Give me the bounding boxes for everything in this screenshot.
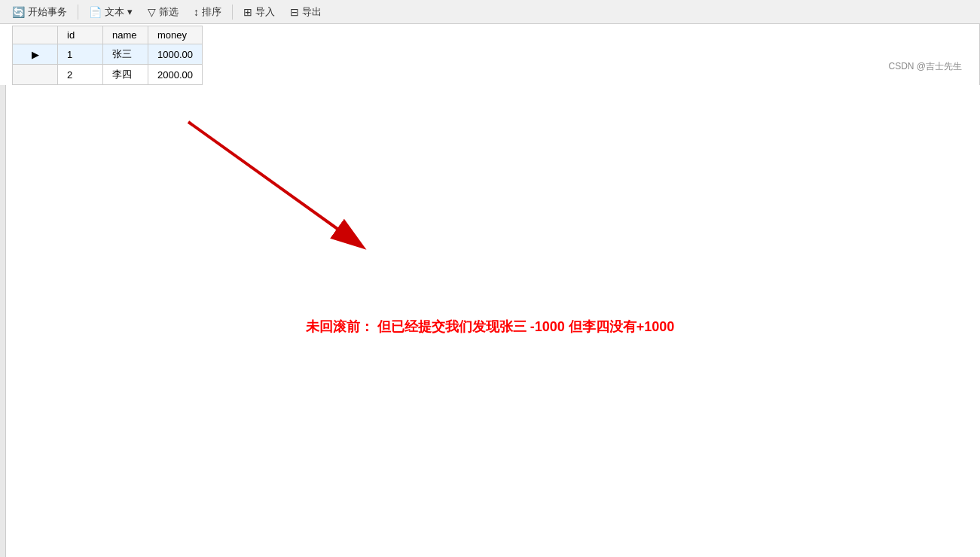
- toolbar: 🔄 开始事务 📄 文本 ▾ ▽ 筛选 ↕ 排序 ⊞ 导入 ⊟ 导出: [0, 0, 980, 24]
- text-button[interactable]: 📄 文本 ▾: [83, 3, 139, 21]
- arrow-svg: [181, 114, 377, 265]
- start-transaction-label: 开始事务: [28, 5, 67, 19]
- text-icon: 📄: [89, 6, 102, 18]
- start-transaction-icon: 🔄: [12, 6, 25, 18]
- filter-icon: ▽: [148, 6, 156, 18]
- col-header-money[interactable]: money: [148, 26, 203, 44]
- import-button[interactable]: ⊞ 导入: [237, 3, 281, 21]
- col-header-name[interactable]: name: [103, 26, 148, 44]
- filter-label: 筛选: [159, 5, 179, 19]
- export-button[interactable]: ⊟ 导出: [284, 3, 328, 21]
- row-1-id: 1: [58, 44, 103, 65]
- row-indicator-header: [13, 26, 58, 44]
- table-container: id name money ▶ 1 张三 1000.00 2 李四 2000.0…: [6, 24, 980, 85]
- watermark: CSDN @吉士先生: [888, 60, 962, 73]
- row-2-money: 2000.00: [148, 65, 203, 85]
- arrow-container: [181, 114, 377, 265]
- row-2-name: 李四: [103, 65, 148, 85]
- row-2-id: 2: [58, 65, 103, 85]
- left-scrollbar[interactable]: [0, 24, 6, 557]
- export-label: 导出: [302, 5, 322, 19]
- annotation-text: 未回滚前： 但已经提交我们发现张三 -1000 但李四没有+1000: [306, 318, 675, 336]
- table-row[interactable]: ▶ 1 张三 1000.00: [13, 44, 203, 65]
- row-1-name: 张三: [103, 44, 148, 65]
- sort-button[interactable]: ↕ 排序: [188, 3, 227, 21]
- row-2-indicator: [13, 65, 58, 85]
- data-table: id name money ▶ 1 张三 1000.00 2 李四 2000.0…: [12, 26, 203, 85]
- row-1-indicator: ▶: [13, 44, 58, 65]
- export-icon: ⊟: [290, 6, 299, 18]
- sort-label: 排序: [202, 5, 221, 19]
- import-icon: ⊞: [243, 6, 252, 18]
- row-1-money: 1000.00: [148, 44, 203, 65]
- col-header-id[interactable]: id: [58, 26, 103, 44]
- svg-line-1: [188, 122, 362, 246]
- text-label: 文本: [105, 5, 124, 19]
- table-row[interactable]: 2 李四 2000.00: [13, 65, 203, 85]
- separator-2: [232, 5, 233, 20]
- separator-1: [78, 5, 78, 20]
- text-dropdown-arrow: ▾: [127, 6, 133, 17]
- sort-icon: ↕: [194, 6, 199, 18]
- filter-button[interactable]: ▽ 筛选: [142, 3, 185, 21]
- start-transaction-button[interactable]: 🔄 开始事务: [6, 3, 73, 21]
- main-content: id name money ▶ 1 张三 1000.00 2 李四 2000.0…: [0, 24, 980, 85]
- import-label: 导入: [255, 5, 275, 19]
